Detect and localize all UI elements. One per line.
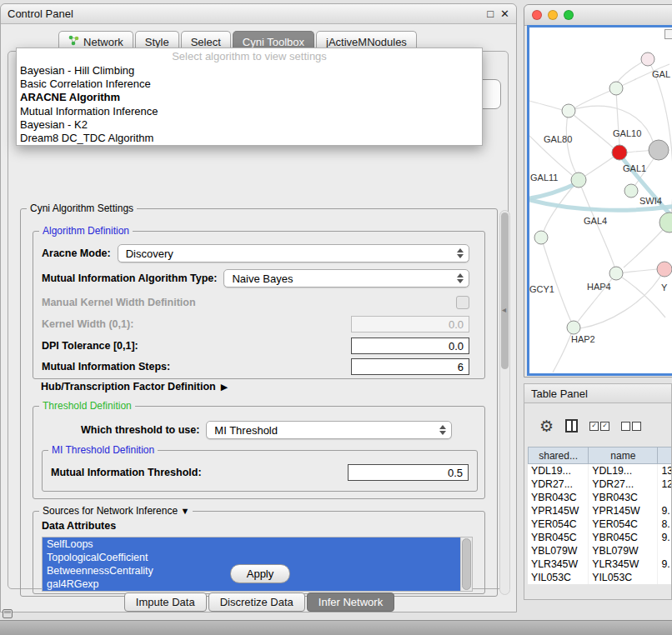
mi-steps-label: Mutual Information Steps: (42, 361, 170, 372)
table-cell (658, 544, 672, 558)
table-row[interactable]: YPR145WYPR145W9. (528, 504, 672, 518)
table-cell: YBR045C (528, 531, 589, 544)
settings-scrollbar[interactable] (499, 210, 510, 595)
table-row[interactable]: YBR043CYBR043C (528, 491, 672, 504)
gear-icon[interactable]: ⚙ (539, 418, 554, 434)
table-cell: YDR27... (528, 478, 589, 491)
table-cell: YDL19... (528, 464, 589, 478)
network-node[interactable] (609, 267, 623, 280)
table-row[interactable]: YLR345WYLR345W9. (528, 558, 672, 571)
table-cell: YPR145W (528, 504, 589, 518)
table-row[interactable]: YIL053CYIL053C (528, 571, 672, 584)
collapse-right-icon: ▶ (221, 382, 228, 392)
hub-definition-disclosure[interactable]: Hub/Transcription Factor Definition ▶ (41, 381, 228, 392)
network-node[interactable] (612, 145, 627, 160)
node-table: shared...name YDL19...YDL19...13YDR27...… (528, 447, 672, 584)
algorithm-option[interactable]: ARACNE Algorithm (17, 91, 482, 104)
node-label: GAL1 (623, 163, 646, 173)
cyni-algorithm-settings-group: Cyni Algorithm Settings Algorithm Defini… (20, 208, 498, 597)
node-label: GAL4 (584, 216, 607, 226)
table-row[interactable]: YBL079WYBL079W (528, 544, 672, 558)
algorithm-option[interactable]: Mutual Information Inference (17, 105, 482, 118)
splitter-collapse-icon[interactable]: ◂ (502, 305, 506, 314)
network-node[interactable] (624, 184, 638, 198)
network-window-titlebar[interactable] (524, 5, 672, 26)
aracne-mode-combo[interactable]: Discovery (118, 244, 469, 262)
table-cell: YIL053C (528, 571, 589, 584)
table-cell: 13 (658, 464, 672, 478)
algorithm-option[interactable]: Dream8 DC_TDC Algorithm (17, 132, 482, 145)
algorithm-dropdown-popup: Select algorithm to view settings Bayesi… (16, 48, 483, 146)
mi-threshold-field[interactable] (348, 464, 469, 481)
node-label: GAL10 (613, 128, 641, 138)
network-node[interactable] (657, 262, 672, 277)
select-all-columns-icon[interactable]: ✓ ✓ (589, 422, 609, 431)
mi-type-combo[interactable]: Naive Bayes (223, 269, 469, 288)
combo-arrows-icon (457, 270, 464, 287)
table-row[interactable]: YDR27...YDR27...12 (528, 478, 672, 491)
table-cell: YBR043C (589, 491, 658, 504)
table-cell: 9. (658, 504, 672, 518)
minimize-traffic-light-icon[interactable] (548, 10, 558, 20)
algorithm-option[interactable]: Bayesian - Hill Climbing (17, 64, 482, 78)
algorithm-placeholder: Select algorithm to view settings (17, 48, 482, 64)
bottom-tab-discretize-data[interactable]: Discretize Data (208, 592, 305, 612)
table-cell: YBL079W (589, 544, 658, 558)
algorithm-option[interactable]: Bayesian - K2 (17, 118, 482, 132)
bottom-tab-bar: Impute DataDiscretize DataInfer Network (1, 592, 518, 612)
network-node[interactable] (609, 82, 623, 95)
network-node[interactable] (641, 52, 654, 66)
network-node[interactable] (562, 104, 575, 118)
sources-group-title[interactable]: Sources for Network Inference ▼ (39, 505, 193, 517)
network-node[interactable] (659, 212, 672, 232)
table-cell: YLR345W (589, 558, 658, 571)
algorithm-option-list: Bayesian - Hill ClimbingBasic Correlatio… (17, 64, 482, 145)
table-row[interactable]: YER054CYER054C8. (528, 518, 672, 531)
node-label: HAP2 (571, 334, 595, 344)
unchecked-box-icon (632, 422, 641, 431)
apply-button[interactable]: Apply (230, 564, 290, 583)
which-threshold-combo[interactable]: MI Threshold (206, 421, 452, 439)
close-traffic-light-icon[interactable] (532, 10, 542, 20)
attribute-list-scrollbar[interactable] (460, 538, 472, 591)
zoom-traffic-light-icon[interactable] (564, 10, 574, 20)
dpi-tolerance-field[interactable] (351, 338, 469, 354)
network-node[interactable] (567, 321, 580, 334)
columns-icon[interactable] (565, 419, 578, 432)
table-row[interactable]: YDL19...YDL19...13 (528, 464, 672, 478)
attribute-item[interactable]: TopologicalCoefficient (43, 551, 472, 564)
minimized-panel-icon[interactable] (3, 609, 13, 618)
network-node[interactable] (534, 231, 548, 244)
algorithm-option[interactable]: Basic Correlation Inference (17, 78, 482, 91)
column-header[interactable]: shared... (528, 447, 589, 464)
node-label: GAL (652, 69, 670, 79)
scroll-corner-button[interactable] (664, 29, 672, 39)
mi-threshold-group-title: MI Threshold Definition (48, 444, 158, 456)
mi-steps-field[interactable] (351, 358, 469, 375)
close-icon[interactable]: ✕ (500, 8, 509, 20)
table-panel-header[interactable]: Table Panel (524, 383, 672, 403)
bottom-tab-infer-network[interactable]: Infer Network (307, 592, 394, 612)
deselect-all-columns-icon[interactable] (621, 422, 641, 431)
which-threshold-label: Which threshold to use: (81, 424, 199, 436)
combo-arrows-icon (457, 245, 464, 262)
table-cell: 9. (658, 531, 672, 544)
table-toolbar: ⚙ ✓ ✓ (524, 415, 641, 437)
control-panel-titlebar[interactable]: Control Panel □ ✕ (1, 4, 516, 24)
table-cell: 12 (658, 478, 672, 491)
network-node[interactable] (649, 140, 669, 160)
bottom-tab-impute-data[interactable]: Impute Data (124, 592, 207, 612)
table-row[interactable]: YBR045CYBR045C9. (528, 531, 672, 544)
column-header[interactable]: name (589, 447, 658, 464)
attribute-item[interactable]: SelfLoops (43, 538, 472, 551)
mi-type-value: Naive Bayes (232, 272, 293, 285)
table-panel-title: Table Panel (531, 388, 588, 400)
table-cell: YPR145W (589, 504, 658, 518)
control-panel-window: Control Panel □ ✕ NetworkStyleSelectCyni… (0, 3, 517, 612)
network-canvas[interactable]: GALGAL80GAL10GAL11GAL1SWI4GAL4GCY1HAP4YH… (527, 25, 672, 376)
float-window-icon[interactable]: □ (487, 8, 494, 20)
sources-title-text: Sources for Network Inference (43, 505, 178, 517)
table-cell: YDL19... (589, 464, 658, 478)
column-header[interactable] (658, 447, 672, 464)
network-node[interactable] (571, 172, 586, 188)
